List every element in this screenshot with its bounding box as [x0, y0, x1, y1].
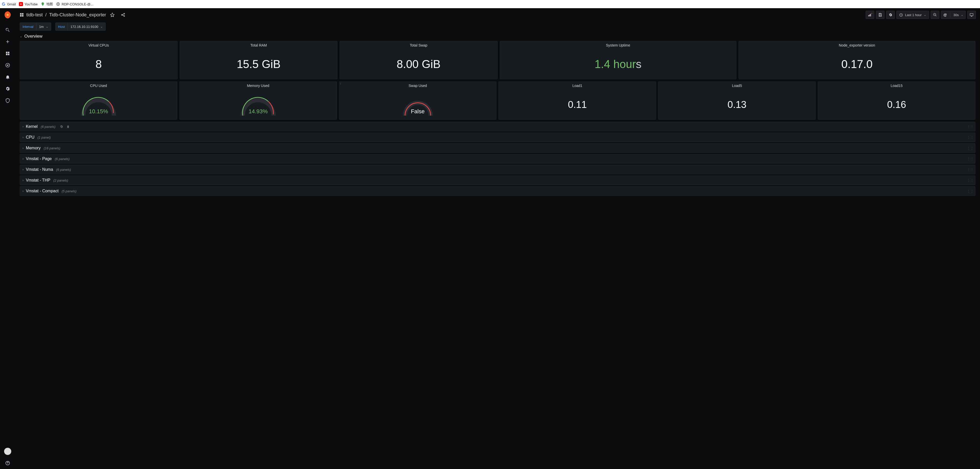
bookmark-label: RDP-CONSOLE-@...	[62, 2, 93, 6]
bookmark-maps[interactable]: 地图	[41, 2, 53, 6]
maps-icon	[41, 2, 45, 6]
bookmark-gmail[interactable]: Gmail	[2, 2, 16, 6]
google-icon	[2, 2, 6, 6]
bookmark-youtube[interactable]: YouTube	[19, 2, 38, 6]
bookmark-rdp[interactable]: RDP-CONSOLE-@...	[56, 2, 93, 6]
browser-bookmarks-bar: Gmail YouTube 地图 RDP-CONSOLE-@...	[0, 0, 980, 8]
bookmark-label: YouTube	[25, 2, 38, 6]
youtube-icon	[19, 2, 23, 6]
globe-icon	[56, 2, 60, 6]
svg-point-1	[42, 3, 43, 4]
bookmark-label: Gmail	[7, 2, 16, 6]
bookmark-label: 地图	[46, 2, 53, 6]
